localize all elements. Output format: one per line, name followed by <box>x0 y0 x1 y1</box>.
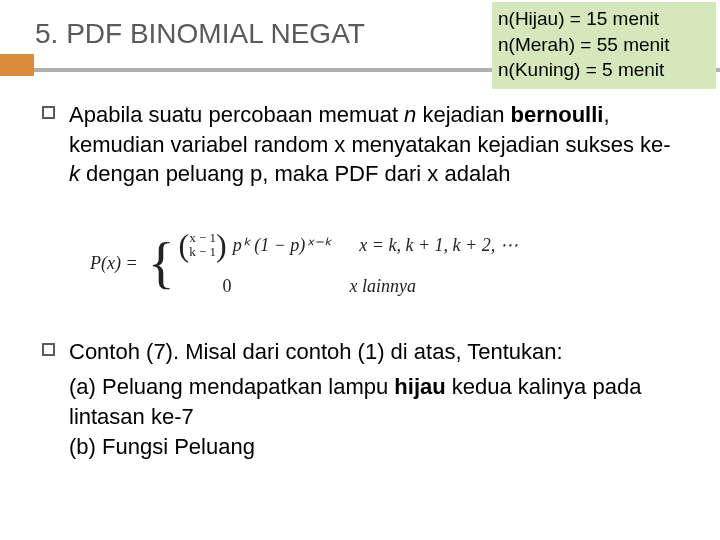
cond-1: x = k, k + 1, k + 2, ⋯ <box>359 234 517 256</box>
binom-inner: x − 1 k − 1 <box>189 231 216 260</box>
left-brace: { <box>148 241 175 286</box>
paren-r: ) <box>216 236 227 255</box>
t: (a) Peluang mendapatkan lampu <box>69 374 394 399</box>
note-line-1: n(Hijau) = 15 menit <box>498 6 708 32</box>
cond-2: x lainnya <box>350 276 416 297</box>
sub-b: (b) Fungsi Peluang <box>69 432 680 462</box>
accent-bar <box>0 54 34 76</box>
bullet-2-text: Contoh (7). Misal dari contoh (1) di ata… <box>69 337 680 462</box>
italic-k: k <box>69 161 80 186</box>
t: Apabila suatu percobaan memuat <box>69 102 404 127</box>
binomial-coef: ( x − 1 k − 1 ) <box>179 231 227 260</box>
italic-n: n <box>404 102 416 127</box>
paren-l: ( <box>179 236 190 255</box>
bullet-2: Contoh (7). Misal dari contoh (1) di ata… <box>42 337 680 462</box>
formula-cases: ( x − 1 k − 1 ) pᵏ (1 − p)ˣ⁻ᵏ x = k, k +… <box>179 231 518 297</box>
timing-note-box: n(Hijau) = 15 menit n(Merah) = 55 menit … <box>492 2 716 89</box>
t: dengan peluang p, maka PDF dari x adalah <box>80 161 511 186</box>
pdf-formula: P(x) = { ( x − 1 k − 1 ) pᵏ (1 − p)ˣ⁻ᵏ x… <box>90 231 680 297</box>
case-1: ( x − 1 k − 1 ) pᵏ (1 − p)ˣ⁻ᵏ x = k, k +… <box>179 231 518 260</box>
bold-hijau: hijau <box>394 374 445 399</box>
bullet-marker <box>42 343 55 356</box>
slide-content: Apabila suatu percobaan memuat n kejadia… <box>0 72 720 461</box>
case-2: 0 x lainnya <box>179 276 518 297</box>
bold-bernoulli: bernoulli <box>511 102 604 127</box>
formula-expr: pᵏ (1 − p)ˣ⁻ᵏ <box>233 234 332 256</box>
px-label: P(x) = <box>90 253 138 274</box>
bullet-marker <box>42 106 55 119</box>
binom-bot: k − 1 <box>189 245 216 259</box>
sub-a: (a) Peluang mendapatkan lampu hijau kedu… <box>69 372 680 431</box>
note-line-3: n(Kuning) = 5 menit <box>498 57 708 83</box>
zero: 0 <box>223 276 232 297</box>
contoh-line: Contoh (7). Misal dari contoh (1) di ata… <box>69 337 680 367</box>
binom-top: x − 1 <box>189 231 216 245</box>
t: kejadian <box>416 102 510 127</box>
bullet-1-text: Apabila suatu percobaan memuat n kejadia… <box>69 100 680 189</box>
bullet-1: Apabila suatu percobaan memuat n kejadia… <box>42 100 680 189</box>
note-line-2: n(Merah) = 55 menit <box>498 32 708 58</box>
